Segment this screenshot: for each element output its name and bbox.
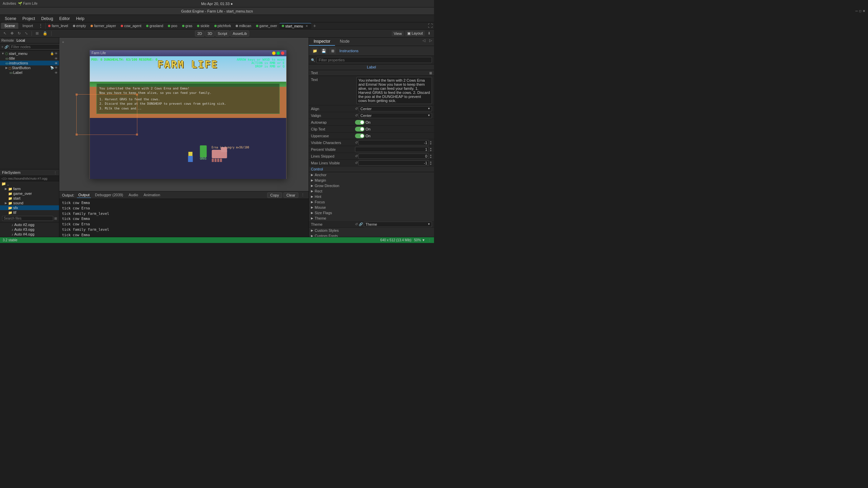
- pv-up[interactable]: ▲: [430, 147, 432, 149]
- vc-down[interactable]: ▼: [430, 143, 432, 145]
- uppercase-toggle[interactable]: On: [355, 134, 371, 138]
- menu-scene[interactable]: Scene: [2, 16, 19, 22]
- scale-tool[interactable]: ⤡: [23, 30, 29, 36]
- file-tab-gras[interactable]: gras: [180, 23, 195, 28]
- menu-editor[interactable]: Editor: [57, 16, 73, 22]
- output-tab-animation[interactable]: Animation: [142, 192, 161, 198]
- path-back-btn[interactable]: ◁: [1, 177, 4, 180]
- file-tab-farm-level[interactable]: farm_level: [46, 23, 70, 28]
- align-dropdown[interactable]: Center ▼: [359, 106, 432, 111]
- grow-direction-row[interactable]: ▶ Grow Direction: [309, 183, 434, 188]
- ls-reset-btn[interactable]: ↺: [355, 154, 358, 158]
- fs-layout-btn[interactable]: ⊞: [54, 217, 57, 220]
- lock-tool[interactable]: 🔒: [41, 30, 49, 36]
- viewport-expand-btn[interactable]: ⛶: [427, 22, 434, 29]
- minimize-btn[interactable]: [272, 52, 275, 55]
- mode-script-btn[interactable]: Script: [215, 30, 230, 37]
- tab-scene[interactable]: Scene: [1, 23, 18, 29]
- theme-link-btn[interactable]: 🔗: [359, 222, 363, 226]
- eye-icon-instructions[interactable]: 👁: [55, 61, 58, 65]
- text-prop-value[interactable]: You inherited the farm with 2 Cows Erna …: [356, 77, 432, 104]
- ml-down[interactable]: ▼: [430, 163, 432, 165]
- tree-item-instructions[interactable]: ▭ instructions 👁: [0, 61, 59, 65]
- file-tab-poo[interactable]: poo: [165, 23, 180, 28]
- mode-2d-btn[interactable]: 2D: [195, 30, 204, 37]
- tree-item-startbutton[interactable]: ▶ ◻ StartButton 📡 👁: [0, 65, 59, 70]
- rect-row[interactable]: ▶ Rect: [309, 188, 434, 194]
- file-tab-pitchfork[interactable]: pitchfork: [212, 23, 234, 28]
- clear-btn[interactable]: Clear: [283, 192, 298, 198]
- layout-btn[interactable]: ▣ Layout: [405, 30, 425, 36]
- status-menu-btn[interactable]: ⋮: [428, 238, 431, 242]
- menu-project[interactable]: Project: [20, 16, 38, 22]
- tab-node[interactable]: Node: [335, 38, 354, 46]
- file-tab-empty[interactable]: empty: [71, 23, 88, 28]
- game-window-controls[interactable]: [272, 52, 284, 55]
- output-tab-debugger[interactable]: Debugger (2039): [94, 192, 124, 198]
- inspector-nav-right[interactable]: ▷: [427, 38, 434, 46]
- fs-folder-start[interactable]: 📁 start: [0, 196, 59, 201]
- hint-row[interactable]: ▶ Hint: [309, 194, 434, 199]
- inspector-save-btn[interactable]: 💾: [320, 47, 327, 54]
- tree-item-label[interactable]: ▭ Label 👁: [0, 70, 59, 75]
- fs-file-3[interactable]: ♪ Auto #3.ogg: [0, 227, 59, 232]
- mouse-row[interactable]: ▶ Mouse: [309, 205, 434, 210]
- vc-up[interactable]: ▲: [430, 140, 432, 143]
- scene-menu-btn[interactable]: ⋮: [37, 23, 44, 28]
- fs-search-input[interactable]: [2, 216, 53, 221]
- tab-close-btn[interactable]: ✕: [305, 24, 309, 28]
- tree-item-title[interactable]: ▭ title 👁: [0, 56, 59, 61]
- custom-fonts-row[interactable]: ▶ Custom Fonts: [309, 233, 434, 237]
- toggle-bg-upper[interactable]: [355, 134, 364, 138]
- file-tab-startmenu[interactable]: start_menu ✕: [279, 23, 311, 29]
- text-expand-icon[interactable]: ⊞: [429, 71, 432, 75]
- fs-folder-gameover[interactable]: 📁 game_over: [0, 191, 59, 196]
- eye-icon-startbtn[interactable]: 👁: [55, 66, 58, 69]
- eye-icon-title[interactable]: 👁: [55, 56, 58, 60]
- file-tab-sickle[interactable]: sickle: [195, 23, 212, 28]
- select-tool[interactable]: ↖: [2, 30, 8, 36]
- inspector-search-input[interactable]: [316, 57, 432, 63]
- copy-btn[interactable]: Copy: [267, 192, 282, 198]
- file-tab-farmer[interactable]: farmer_player: [88, 23, 118, 28]
- maximize-btn[interactable]: [276, 52, 280, 55]
- fs-folder-sound[interactable]: ▶ 📁 sound: [0, 201, 59, 205]
- focus-row[interactable]: ▶ Focus: [309, 199, 434, 205]
- fs-folder-sfx[interactable]: 📂 sfx: [0, 205, 59, 210]
- fs-folder-ttf[interactable]: 📁 ttf: [0, 210, 59, 215]
- inspector-expand-btn[interactable]: ⊞: [329, 47, 336, 54]
- valign-dropdown[interactable]: Center ▼: [359, 113, 432, 118]
- link-node-icon[interactable]: 🔗: [4, 45, 8, 49]
- tab-inspector[interactable]: Inspector: [309, 38, 335, 46]
- output-tab-audio[interactable]: Audio: [127, 192, 139, 198]
- local-tab[interactable]: Local: [17, 38, 25, 42]
- ml-up[interactable]: ▲: [430, 161, 432, 163]
- menu-help[interactable]: Help: [73, 16, 87, 22]
- file-tab-grasland[interactable]: grasland: [144, 23, 165, 28]
- toggle-bg-autowrap[interactable]: [355, 120, 364, 125]
- fs-file-4[interactable]: ♪ Auto #4.ogg: [0, 232, 59, 237]
- output-menu-btn[interactable]: ⋮: [300, 192, 306, 198]
- menu-debug[interactable]: Debug: [38, 16, 56, 22]
- remote-tab[interactable]: Remote: [1, 38, 14, 42]
- view-btn[interactable]: View: [392, 31, 404, 36]
- size-flags-row[interactable]: ▶ Size Flags: [309, 210, 434, 216]
- mode-3d-btn[interactable]: 3D: [205, 30, 215, 37]
- inspector-nav-left[interactable]: ◁: [420, 38, 427, 46]
- output-tab-output[interactable]: Output: [77, 192, 91, 198]
- file-tab-milkcan[interactable]: milkcan: [233, 23, 254, 28]
- valign-reset-btn[interactable]: ↺: [355, 114, 358, 117]
- fs-folder-up[interactable]: 📁 ..: [0, 181, 59, 186]
- fs-file-5[interactable]: ♪ Auto #5.ogg: [0, 237, 59, 237]
- lock-icon[interactable]: 🔒: [50, 52, 54, 55]
- eye-icon-label[interactable]: 👁: [55, 70, 58, 75]
- activities-label[interactable]: Activities: [3, 2, 16, 5]
- ls-down[interactable]: ▼: [430, 156, 432, 159]
- theme-dropdown[interactable]: Theme ▼: [364, 222, 432, 227]
- align-reset-btn[interactable]: ↺: [355, 107, 358, 110]
- fs-file-2[interactable]: ♪ Auto #2.ogg: [0, 222, 59, 227]
- filesystem-menu[interactable]: ⋮: [54, 171, 57, 175]
- tree-item-startmenu[interactable]: ▼ ⬡ start_menu 🔒 👁: [0, 51, 59, 56]
- custom-styles-row[interactable]: ▶ Custom Styles: [309, 228, 434, 233]
- deploy-btn[interactable]: ⬇: [426, 30, 432, 36]
